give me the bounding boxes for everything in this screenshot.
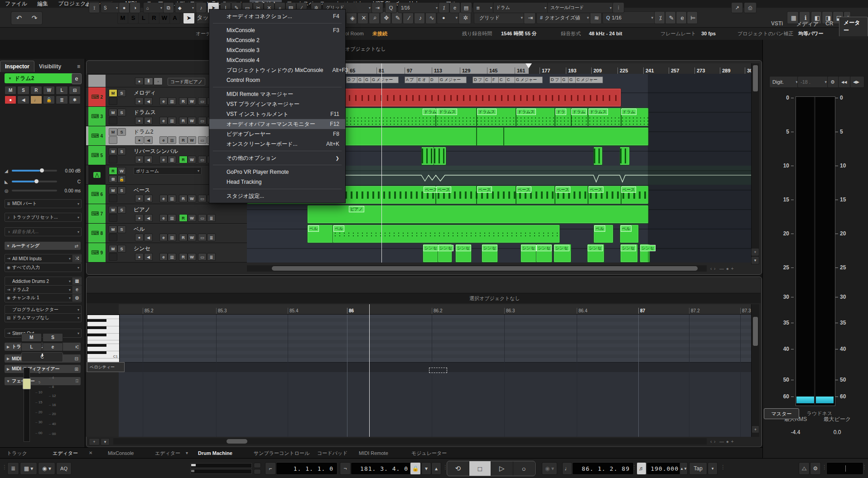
track-extra-button-2[interactable]: ≣ bbox=[207, 253, 216, 261]
tap-tempo-button[interactable]: Tap bbox=[689, 462, 707, 475]
fader-grid-button-M[interactable]: M bbox=[21, 333, 42, 342]
snap-on-off-icon[interactable]: ✲ bbox=[458, 11, 471, 24]
record-insert-dropdown[interactable]: ◑録音を挿入...▾ bbox=[5, 227, 82, 236]
automation-parameter-dropdown[interactable]: ボリューム bbox=[134, 167, 202, 175]
track-extra-button-2[interactable]: ≣ bbox=[207, 214, 216, 222]
mute-button[interactable]: M bbox=[109, 109, 117, 116]
piano-keyboard[interactable]: C1 bbox=[87, 315, 120, 362]
right-locator-field[interactable]: 181. 3. 4. 0 bbox=[351, 462, 412, 475]
track-name-header[interactable]: ▼ ドラム2 bbox=[5, 73, 74, 83]
tab-master[interactable]: マスター bbox=[764, 408, 799, 419]
mute-button[interactable]: M bbox=[109, 128, 117, 136]
track-checkbox[interactable] bbox=[109, 136, 117, 144]
solo-editor-dropdown[interactable]: S bbox=[101, 2, 121, 13]
studio-menu-item[interactable]: オーディオパフォーマンスモニター F12 bbox=[209, 119, 345, 129]
track-row-ベル[interactable]: ⌨8MSベル●◀e▥RW▭≣ bbox=[86, 224, 247, 243]
tempo-display[interactable]: 190.000 bbox=[646, 462, 683, 475]
solo-button[interactable]: S bbox=[117, 89, 126, 97]
black-key[interactable] bbox=[87, 319, 106, 322]
mute-button[interactable]: M bbox=[109, 225, 117, 233]
instrument-dropdown[interactable]: Addictive Drums 2▾▦ bbox=[5, 277, 82, 286]
track-name[interactable]: シンセ bbox=[134, 245, 150, 253]
open-instrument-icon[interactable]: ▥ bbox=[168, 234, 176, 241]
mute-button[interactable]: M bbox=[109, 186, 117, 194]
transport-output-icon[interactable]: ◉ ▾ bbox=[38, 462, 55, 475]
mute-all-button[interactable]: M bbox=[117, 11, 128, 24]
track-extra-button-1[interactable]: ▭ bbox=[198, 214, 207, 222]
white-key[interactable] bbox=[87, 322, 119, 326]
color-menu-dropdown[interactable]: ● bbox=[437, 11, 461, 24]
audio-align-icon[interactable]: ⊨ bbox=[687, 11, 698, 24]
lower-zone-tab[interactable]: コードパッド bbox=[317, 448, 347, 459]
play-button[interactable]: ▷ bbox=[491, 461, 513, 476]
write-automation-button[interactable]: W bbox=[188, 117, 196, 124]
menu-bar-item[interactable]: ファイル bbox=[0, 0, 32, 8]
pin-icon[interactable]: ⟟ bbox=[89, 2, 100, 13]
mute-button[interactable]: M bbox=[109, 89, 117, 97]
snap-grid-dropdown[interactable]: グリッド bbox=[474, 11, 526, 24]
volume-slider[interactable]: ◢0.00 dB bbox=[5, 167, 81, 175]
punch-out-icon[interactable]: ▴ bbox=[431, 462, 441, 475]
monitor-button[interactable]: ◀ bbox=[144, 136, 153, 144]
monitor-button[interactable]: ◀ bbox=[144, 253, 153, 261]
chord-event[interactable]: G メジャー bbox=[371, 76, 399, 83]
lower-zone-tab[interactable]: ✕ bbox=[89, 448, 92, 459]
edit-channel-button[interactable]: e bbox=[159, 253, 168, 261]
record-enable-button[interactable]: ● bbox=[135, 117, 144, 124]
studio-menu-item[interactable]: オーディオコネクション... F4 bbox=[209, 11, 345, 21]
menu-bar-item[interactable]: 編集 bbox=[32, 0, 53, 8]
audition-icon[interactable]: ♪ bbox=[414, 11, 425, 24]
studio-menu-item[interactable]: VST プラグインマネージャー bbox=[209, 99, 345, 109]
grid-match-icon[interactable]: ⇥ bbox=[371, 2, 383, 13]
midi-clip[interactable] bbox=[434, 147, 446, 165]
record-enable-button[interactable]: ● bbox=[135, 253, 144, 261]
edit-channel-button[interactable]: e bbox=[159, 97, 168, 105]
studio-menu-item[interactable] bbox=[209, 187, 345, 191]
solo-button[interactable]: S bbox=[117, 225, 126, 233]
studio-menu-item[interactable] bbox=[209, 21, 345, 25]
read-automation-button[interactable]: R bbox=[179, 156, 188, 163]
record-enable-button[interactable]: ● bbox=[135, 214, 144, 222]
edit-channel-button[interactable]: e bbox=[159, 156, 168, 163]
chord-event[interactable]: G メジャー bbox=[515, 76, 543, 83]
quantize-value-dropdown[interactable]: Q1/16 bbox=[603, 11, 656, 24]
studio-menu-item[interactable]: プロジェクトウィンドウの MixConsole Alt+F3 bbox=[209, 65, 345, 75]
fader-grid-button-L[interactable]: L bbox=[21, 343, 42, 351]
studio-menu-item[interactable]: MixConsole 4 bbox=[209, 55, 345, 65]
position-note-icon[interactable]: ♩ bbox=[562, 462, 572, 475]
position-display[interactable]: 86. 1. 2. 89 bbox=[572, 462, 634, 475]
lower-zone-tab[interactable]: モジュレーター bbox=[411, 448, 447, 459]
edit-channel-button[interactable]: e bbox=[72, 73, 82, 84]
lower-zone-tab[interactable]: エディター bbox=[155, 448, 180, 459]
inspector-button-R[interactable]: R bbox=[30, 86, 42, 95]
open-instrument-icon[interactable]: ▥ bbox=[168, 136, 176, 144]
automation-bypass-button[interactable]: ⊠ bbox=[109, 175, 117, 183]
open-instrument-icon[interactable]: ▥ bbox=[168, 195, 176, 202]
editor-lane-preset-button[interactable]: ▾ bbox=[101, 438, 110, 445]
editor-zoom-v-button[interactable]: + bbox=[752, 425, 759, 433]
solo-button[interactable]: S bbox=[117, 245, 126, 253]
record-in-editor-icon[interactable]: ● bbox=[119, 2, 130, 13]
inspector-button-W[interactable]: W bbox=[43, 86, 55, 95]
draw-tool-icon[interactable]: ✎ bbox=[391, 11, 402, 24]
studio-menu-item[interactable]: その他のオプション ❯ bbox=[209, 153, 345, 163]
auto-track-mode-label[interactable]: タッ bbox=[196, 11, 209, 24]
project-playhead[interactable] bbox=[381, 63, 382, 263]
studio-menu-item[interactable]: MixConsole 3 bbox=[209, 45, 345, 55]
write-automation-button[interactable]: W bbox=[188, 214, 196, 222]
track-checkbox[interactable] bbox=[109, 214, 117, 222]
transport-tracklist-icon[interactable]: ≣ bbox=[7, 462, 19, 475]
monitor-button[interactable]: ◀ bbox=[144, 234, 153, 241]
studio-menu-item[interactable]: VST インストゥルメント F11 bbox=[209, 109, 345, 119]
hand-tool-icon[interactable]: ✥ bbox=[380, 11, 391, 24]
meter-mode-dropdown[interactable]: Digit. bbox=[769, 76, 801, 88]
track-checkbox[interactable] bbox=[109, 117, 117, 124]
solo-button[interactable]: S bbox=[117, 148, 126, 155]
track-name[interactable]: メロディ bbox=[134, 89, 156, 97]
fader-grid-button-e[interactable]: e bbox=[43, 343, 63, 351]
event-colors-dropdown[interactable]: ≣ bbox=[473, 2, 495, 13]
lower-zone-tab[interactable]: トラック bbox=[7, 448, 27, 459]
pan-slider[interactable]: ◣C bbox=[5, 177, 81, 186]
automation-lock-icon[interactable]: 🔓 bbox=[117, 175, 126, 183]
window-layout-dropdown[interactable]: ⌂ bbox=[143, 2, 165, 13]
